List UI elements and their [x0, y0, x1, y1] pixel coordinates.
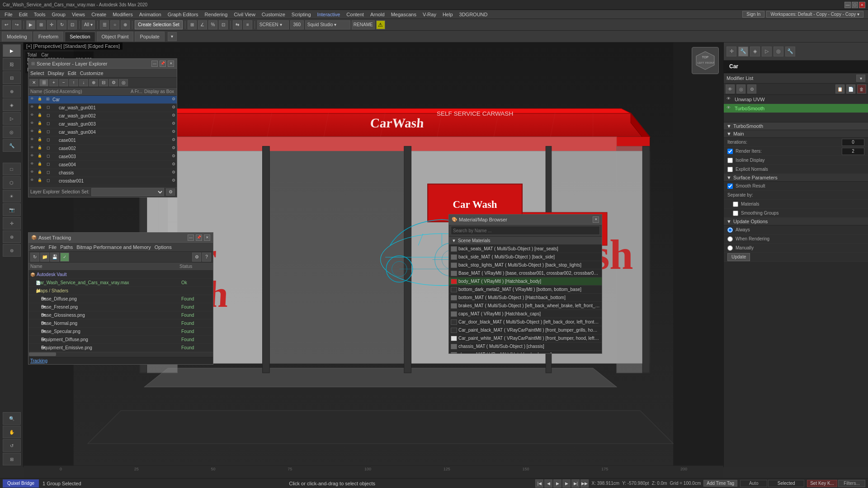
- create-system-button[interactable]: ⊜: [3, 244, 21, 257]
- ts-surface-header[interactable]: ▼ Surface Parameters: [724, 174, 868, 182]
- minimize-button[interactable]: —: [844, 2, 851, 8]
- se-display-settings-icon[interactable]: ⚙: [170, 137, 177, 144]
- at-folder-button[interactable]: 📁: [40, 253, 49, 262]
- se-lock-icon[interactable]: 🔒: [38, 137, 44, 144]
- se-local-button[interactable]: ◎: [119, 79, 128, 86]
- at-item-list[interactable]: 📦Autodesk Vault📄Car_Wash_Service_and_Car…: [28, 271, 213, 352]
- mb-material-list[interactable]: back_seats_MAT ( Multi/Sub-Object ) [rea…: [449, 245, 602, 353]
- ts-renderiters-checkbox[interactable]: [727, 149, 733, 154]
- at-menu-server[interactable]: Server: [30, 244, 45, 250]
- se-menu-edit[interactable]: Edit: [68, 70, 76, 76]
- se-eye-icon[interactable]: 👁: [30, 113, 37, 119]
- se-selection-set-dropdown[interactable]: [91, 188, 164, 196]
- go-start-button[interactable]: |◀: [535, 479, 543, 488]
- mb-material-item[interactable]: back_stop_lights_MAT ( Multi/Sub-Object …: [449, 261, 602, 269]
- mb-scene-materials-header[interactable]: ▼ Scene Materials: [449, 237, 602, 245]
- at-save-button[interactable]: 💾: [50, 253, 59, 262]
- motion-icon-button[interactable]: ▷: [762, 47, 772, 56]
- spinner-snap[interactable]: ⊡: [219, 20, 228, 29]
- create-space-button[interactable]: ⊛: [3, 230, 21, 243]
- unlink-button[interactable]: ⊟: [3, 71, 21, 84]
- select-object-button[interactable]: ▶: [26, 20, 35, 29]
- se-remove-button[interactable]: −: [59, 79, 68, 86]
- se-lock-icon[interactable]: 🔒: [38, 186, 44, 187]
- at-list-item[interactable]: 🗺Equipment_Emissive.pngFound: [28, 344, 213, 352]
- ts-update-header[interactable]: ▼ Update Options: [724, 218, 868, 225]
- modifier-item-unwrap[interactable]: 👁 Unwrap UVW: [724, 95, 868, 104]
- mb-titlebar[interactable]: 🎨 Material/Map Browser ✕: [449, 215, 602, 225]
- se-list-item[interactable]: 👁🔒◻car_wash_gun001⚙: [28, 104, 177, 112]
- se-lock-icon[interactable]: 🔒: [38, 121, 44, 127]
- se-eye-icon[interactable]: 👁: [30, 178, 37, 184]
- at-titlebar[interactable]: 📦 Asset Tracking — 📌 ✕: [28, 233, 213, 243]
- se-close-button[interactable]: ✕: [168, 61, 174, 67]
- go-end-button[interactable]: ▶|: [571, 479, 580, 488]
- at-tracking-link[interactable]: Tracking: [30, 358, 47, 363]
- menu-views[interactable]: Views: [69, 11, 88, 18]
- se-eye-icon[interactable]: 👁: [30, 105, 37, 111]
- create-helper-button[interactable]: ✛: [3, 217, 21, 230]
- set-key-button[interactable]: Set Key K...: [807, 480, 837, 487]
- se-menu-customize[interactable]: Customize: [80, 70, 104, 76]
- tab-object-paint[interactable]: Object Paint: [97, 32, 134, 42]
- modifier-item-turbosmooth[interactable]: 👁 TurboSmooth: [724, 104, 868, 113]
- ts-whenrendering-radio[interactable]: [727, 236, 733, 242]
- se-list-item[interactable]: 👁🔒◻chassis⚙: [28, 169, 177, 177]
- mb-material-item[interactable]: Car_paint_black_MAT ( VRayCarPaintMtl ) …: [449, 326, 602, 334]
- se-item-list[interactable]: 👁🔒⊞Car⚙👁🔒◻car_wash_gun001⚙👁🔒◻car_wash_gu…: [28, 96, 177, 186]
- se-add-button[interactable]: +: [49, 79, 58, 86]
- pan-button[interactable]: ✋: [3, 426, 21, 438]
- at-list-item[interactable]: 📄Car_Wash_Service_and_Cars_max_vray.maxO…: [28, 279, 213, 287]
- se-menu-select[interactable]: Select: [30, 70, 44, 76]
- zoom-button[interactable]: 🔍: [3, 412, 21, 425]
- menu-customize[interactable]: Customize: [259, 11, 288, 18]
- se-eye-icon[interactable]: 👁: [30, 129, 37, 136]
- se-lock-icon[interactable]: 🔒: [38, 97, 44, 103]
- at-help-button[interactable]: ?: [202, 253, 211, 262]
- motion-button[interactable]: ▷: [3, 112, 21, 125]
- at-menu-paths[interactable]: Paths: [60, 244, 73, 250]
- percent-snap[interactable]: %: [208, 20, 217, 29]
- menu-help[interactable]: Help: [440, 11, 456, 18]
- orbit-button[interactable]: ↺: [3, 439, 21, 452]
- se-display-settings-icon[interactable]: ⚙: [170, 186, 177, 187]
- menu-file[interactable]: File: [2, 11, 15, 18]
- at-list-item[interactable]: 🗺Base_Normal.pngFound: [28, 319, 213, 328]
- menu-interactive[interactable]: Interactive: [315, 11, 343, 18]
- tab-extra-dropdown[interactable]: ▾: [168, 32, 177, 41]
- at-minimize-button[interactable]: —: [188, 235, 194, 241]
- auto-key-button[interactable]: Auto: [740, 480, 767, 487]
- ts-always-radio[interactable]: [727, 227, 733, 233]
- ts-smoothgroups-checkbox[interactable]: [733, 211, 738, 216]
- layer-button[interactable]: ☰: [100, 20, 109, 29]
- timeline-track[interactable]: 0 25 50 75 100 125 150 175 200: [24, 466, 723, 478]
- align-button[interactable]: ≡: [243, 20, 252, 29]
- ts-isoline-checkbox[interactable]: [727, 158, 733, 163]
- quixel-bridge-button[interactable]: Quixel Bridge: [3, 479, 39, 488]
- mb-material-item[interactable]: Car_paint_white_MAT ( VRayCarPaintMtl ) …: [449, 334, 602, 343]
- se-eye-icon[interactable]: 👁: [30, 97, 37, 103]
- mod-delete-button[interactable]: 🗑: [857, 84, 866, 94]
- select-tool-button[interactable]: ▶: [3, 44, 21, 57]
- se-lock-icon[interactable]: 🔒: [38, 170, 44, 176]
- mb-material-item[interactable]: body_MAT ( VRayMtl ) [Hatchback_body]: [449, 277, 602, 286]
- se-list-item[interactable]: 👁🔒⊞Car⚙: [28, 96, 177, 104]
- mod-show-hide-button[interactable]: 👁: [726, 84, 735, 94]
- se-footer-config-button[interactable]: ⚙: [166, 188, 175, 196]
- select-filter-button[interactable]: ⊕: [121, 20, 130, 29]
- add-time-tag-button[interactable]: Add Time Tag: [703, 480, 737, 487]
- se-eye-icon[interactable]: 👁: [30, 162, 37, 168]
- tab-modeling[interactable]: Modeling: [2, 32, 32, 42]
- at-settings-button[interactable]: ⚙: [192, 253, 201, 262]
- scale-button[interactable]: ⊡: [68, 20, 77, 29]
- se-display-settings-icon[interactable]: ⚙: [170, 105, 177, 111]
- se-filter-button[interactable]: ✕: [29, 79, 38, 86]
- menu-scripting[interactable]: Scripting: [289, 11, 314, 18]
- se-eye-icon[interactable]: 👁: [30, 121, 37, 127]
- se-display-settings-icon[interactable]: ⚙: [170, 145, 177, 152]
- menu-create[interactable]: Create: [89, 11, 109, 18]
- menu-modifiers[interactable]: Modifiers: [110, 11, 136, 18]
- menu-rendering[interactable]: Rendering: [202, 11, 231, 18]
- undo-button[interactable]: ↩: [2, 20, 11, 29]
- se-lock-icon[interactable]: 🔒: [38, 154, 44, 160]
